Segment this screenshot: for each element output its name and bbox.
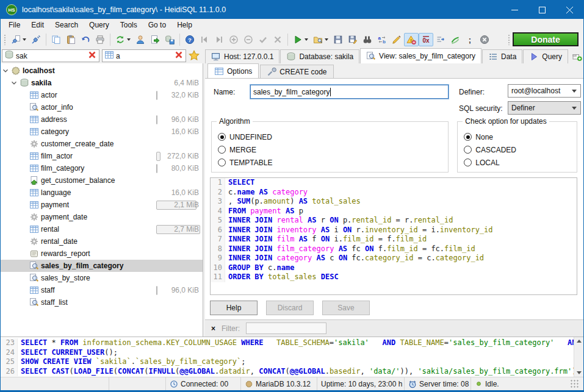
tree-node-get-customer-balance[interactable]: get_customer_balance [1,174,203,187]
connect-button[interactable] [29,33,43,46]
save-sql-as-button[interactable] [345,33,360,46]
paste-button[interactable] [63,33,78,46]
tree-node-actor-info[interactable]: actor_info [1,101,203,113]
reformat-button[interactable] [389,33,404,46]
dropdown-arrow-icon[interactable] [325,38,328,41]
help-button[interactable]: ? [182,33,197,46]
table-filter-input[interactable]: a [102,49,186,62]
editor-tab-options[interactable]: Options [207,63,259,78]
filter-input[interactable] [246,323,326,334]
definer-combobox[interactable]: root@localhost [508,84,581,98]
minimize-button[interactable] [501,1,528,19]
hex-blob-button[interactable]: 0x [419,33,433,46]
menu-search[interactable]: Search [49,19,84,31]
delimiter-button[interactable]: ; [463,33,477,46]
view-body-sql-editor[interactable]: 1 SELECT 2 c.name AS category 3 , SUM(p.… [210,177,577,295]
new-query-tab-button[interactable] [569,49,584,63]
menu-edit[interactable]: Edit [26,19,49,31]
chevron-expanded-icon[interactable] [9,79,19,87]
main-tab-host[interactable]: Host: 127.0.0.1 [205,49,279,63]
last-record-button[interactable] [212,33,226,46]
radio-button-icon[interactable] [464,133,472,141]
session-manager-button[interactable] [9,33,29,46]
tree-node-customer-create-date[interactable]: customer_create_date [1,138,203,150]
title-bar[interactable]: HS localhost\sakila\sales_by_film_catego… [1,1,583,19]
tree-node-staff[interactable]: staff 96,0 KiB [1,284,203,296]
tree-node-payment-date[interactable]: payment_date [1,211,203,223]
menu-go-to[interactable]: Go to [143,19,171,31]
radio-check-option-none[interactable]: None [464,130,571,143]
explain-button[interactable] [433,33,448,46]
main-tab-query[interactable]: Query [523,49,568,63]
chevron-expanded-icon[interactable] [1,66,10,75]
radio-button-icon[interactable] [218,159,226,166]
menu-query[interactable]: Query [84,19,115,31]
refresh-button[interactable] [113,33,133,46]
tree-node-rewards-report[interactable]: rewards_report [1,248,203,260]
menu-help[interactable]: Help [171,19,198,31]
delete-record-button[interactable] [241,33,256,46]
tree-node-payment[interactable]: payment 2,1 MiB [1,199,203,211]
save-sql-button[interactable] [331,33,345,46]
save-button[interactable]: Save [322,301,370,315]
scroll-up-icon[interactable] [577,340,582,343]
cancel-edit-button[interactable] [270,33,285,46]
scroll-down-icon[interactable] [577,371,582,374]
main-tab-view[interactable]: View: sales_by_film_category [360,48,481,63]
favorites-star-icon[interactable] [189,50,200,63]
menu-tools[interactable]: Tools [115,19,143,31]
dropdown-arrow-icon[interactable] [23,38,26,41]
tree-node-actor[interactable]: actor 32,0 KiB [1,89,203,101]
radio-button-icon[interactable] [218,146,226,154]
tree-node-film-category[interactable]: film_category 80,0 KiB [1,162,203,174]
tree-node-film-actor[interactable]: film_actor 272,0 KiB [1,150,203,162]
first-record-button[interactable] [197,33,212,46]
sql-security-combobox[interactable]: Definer [508,101,581,115]
sql-log-panel[interactable]: 23 SELECT * FROM information_schema.KEY_… [1,337,583,377]
insert-record-button[interactable] [226,33,241,46]
tree-node-localhost[interactable]: localhost [1,65,203,77]
stop-button[interactable] [477,33,492,46]
maximize-button[interactable] [528,1,556,19]
toolbar-grip[interactable] [508,34,511,45]
clear-filter-icon[interactable] [87,50,97,62]
print-button[interactable] [93,33,107,46]
database-filter-input[interactable]: sak [2,49,99,62]
main-tab-data[interactable]: Data [482,49,522,63]
find-button[interactable] [360,33,375,46]
toolbar-grip[interactable] [4,34,7,45]
load-sql-button[interactable] [311,33,331,46]
replace-button[interactable]: ab [375,33,389,46]
menu-file[interactable]: File [3,19,26,31]
user-manager-button[interactable] [133,33,148,46]
help-button[interactable]: Help [210,301,258,315]
close-button[interactable] [556,1,583,19]
tree-node-staff-list[interactable]: staff_list [1,296,203,308]
radio-button-icon[interactable] [464,146,472,154]
discard-button[interactable]: Discard [266,301,314,315]
export-button[interactable] [148,33,162,46]
tree-node-category[interactable]: category 16,0 KiB [1,126,203,138]
undo-button[interactable] [78,33,93,46]
dropdown-arrow-icon[interactable] [305,38,308,41]
dropdown-arrow-icon[interactable] [127,38,131,41]
clear-filter-icon[interactable] [174,50,184,62]
copy-button[interactable] [49,33,63,46]
radio-button-icon[interactable] [464,159,472,166]
view-name-input[interactable]: sales_by_film_category [250,85,449,99]
radio-algorithm-undefined[interactable]: UNDEFINED [218,130,442,143]
radio-check-option-cascaded[interactable]: CASCADED [464,143,571,156]
tree-node-rental-date[interactable]: rental_date [1,235,203,248]
radio-button-icon[interactable] [218,133,226,141]
editor-tab-create-code[interactable]: CREATE code [260,65,333,78]
tree-node-sakila[interactable]: sakila 6,4 MiB [1,77,203,89]
radio-check-option-local[interactable]: LOCAL [464,156,571,169]
reconnect-button[interactable] [448,33,463,46]
radio-algorithm-merge[interactable]: MERGE [218,143,442,156]
main-tab-database[interactable]: Database: sakila [280,49,359,63]
tree-node-sales-by-store[interactable]: sales_by_store [1,272,203,284]
tree-node-rental[interactable]: rental 2,7 MiB [1,223,203,235]
post-record-button[interactable] [256,33,270,46]
log-scrollbar[interactable] [574,337,583,377]
tree-node-sales-by-film-category[interactable]: sales_by_film_category [1,260,203,272]
